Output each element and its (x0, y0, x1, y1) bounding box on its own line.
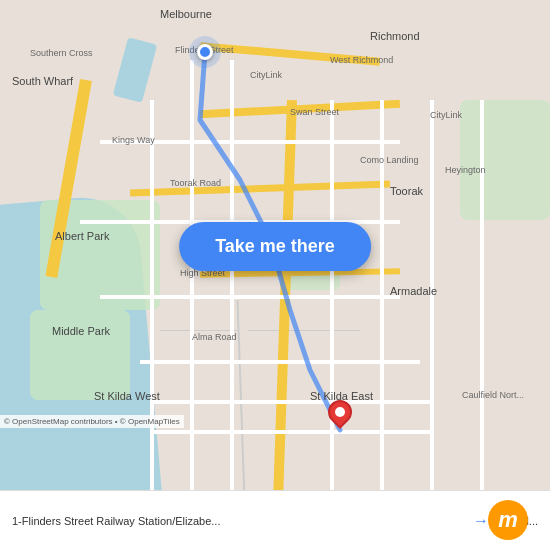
label-toorak: Toorak (390, 185, 423, 197)
road-toorak (130, 180, 390, 196)
road-v4 (330, 100, 334, 490)
label-citylink2: CityLink (430, 110, 462, 120)
label-como: Como Landing (360, 155, 419, 165)
origin-dot (197, 44, 213, 60)
map-container: Melbourne Richmond South Wharf Southern … (0, 0, 550, 490)
label-southern-cross: Southern Cross (30, 48, 93, 58)
dest-pin-dot (333, 405, 347, 419)
road-h4 (140, 360, 420, 364)
from-location: 1-Flinders Street Railway Station/Elizab… (12, 515, 465, 527)
road-v6 (430, 100, 434, 490)
moovit-circle: m (488, 500, 528, 540)
take-me-there-button[interactable]: Take me there (179, 222, 371, 271)
road-v1 (150, 100, 154, 490)
label-richmond: Richmond (370, 30, 420, 42)
road-h1 (100, 140, 400, 144)
park-east (460, 100, 550, 220)
moovit-logo: m (478, 498, 538, 542)
water-yarra (113, 37, 158, 103)
road-brighton (237, 300, 254, 490)
road-citylink (200, 42, 380, 66)
osm-credit: © OpenStreetMap contributors • © OpenMap… (0, 415, 184, 428)
road-v3 (230, 60, 234, 490)
bottom-bar: 1-Flinders Street Railway Station/Elizab… (0, 490, 550, 550)
park-middle (30, 310, 130, 400)
dest-pin (328, 400, 352, 430)
label-melbourne: Melbourne (160, 8, 212, 20)
label-south-wharf: South Wharf (12, 75, 73, 87)
road-h3 (100, 295, 400, 299)
road-v5 (380, 100, 384, 490)
road-v7 (480, 100, 484, 490)
road-v2 (190, 60, 194, 490)
dest-pin-head (323, 395, 357, 429)
moovit-letter: m (498, 509, 518, 531)
label-citylink: CityLink (250, 70, 282, 80)
label-caulfield: Caulfield Nort... (462, 390, 524, 400)
